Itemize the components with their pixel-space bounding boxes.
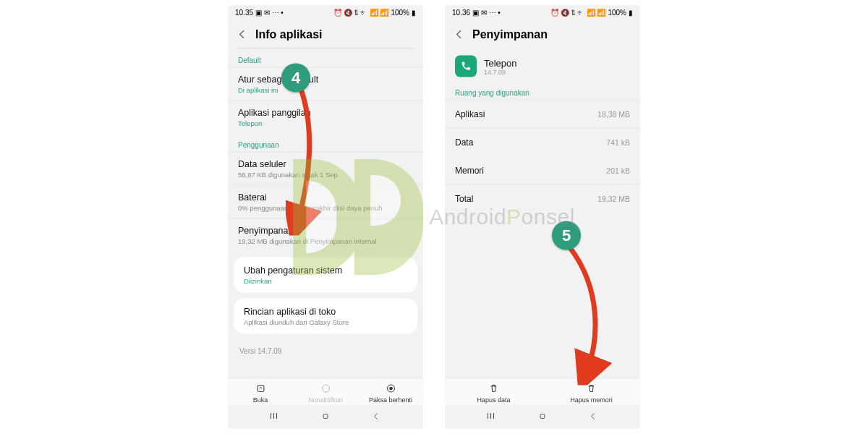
clear-cache-button[interactable]: Hapus memori	[542, 383, 640, 404]
status-system-icons: ⏰ 🔇 ⇅ ᯤ 📶 📶	[333, 9, 389, 17]
nav-bar: III	[445, 406, 640, 429]
back-icon[interactable]	[237, 29, 248, 41]
row-storage[interactable]: Penyimpanan 19,32 MB digunakan di Penyim…	[228, 218, 423, 252]
page-title: Penyimpanan	[472, 28, 548, 41]
kv-app: Aplikasi18,38 MB	[445, 100, 640, 128]
nav-recents-icon[interactable]: III	[270, 412, 280, 422]
kv-data: Data741 kB	[445, 128, 640, 156]
card-store-details[interactable]: Rincian aplikasi di toko Aplikasi diundu…	[234, 299, 417, 334]
section-default: Default	[228, 49, 423, 67]
svg-rect-5	[540, 414, 545, 419]
status-battery-pct: 100%	[608, 9, 626, 17]
force-stop-icon	[386, 383, 396, 394]
version-text: Versi 14.7.09	[228, 340, 423, 358]
step-badge-5: 5	[552, 221, 581, 250]
row-mobile-data[interactable]: Data seluler 56,87 KB digunakan sejak 1 …	[228, 152, 423, 185]
section-usage: Penggunaan	[228, 134, 423, 152]
status-bar: 10.36 ▣ ✉ ⋯ • ⏰ 🔇 ⇅ ᯤ 📶 📶 100% ▮	[445, 6, 640, 18]
row-battery[interactable]: Baterai 0% penggunaan sejak terakhir dii…	[228, 185, 423, 218]
svg-rect-4	[323, 414, 328, 419]
kv-total: Total19,32 MB	[445, 184, 640, 213]
trash-icon	[586, 383, 597, 394]
step-badge-4: 4	[281, 64, 310, 93]
action-bar: Buka Nonaktifkan Paksa berhenti	[228, 378, 423, 406]
nav-bar: III	[228, 406, 423, 429]
status-notif-icons: ▣ ✉ ⋯ •	[255, 9, 284, 17]
disable-icon	[320, 383, 331, 394]
nav-back-icon[interactable]	[588, 412, 598, 422]
open-icon	[255, 383, 266, 394]
app-version: 14.7.09	[484, 68, 517, 75]
open-button[interactable]: Buka	[228, 383, 293, 404]
phone-app-icon	[455, 56, 477, 77]
status-battery-pct: 100%	[391, 9, 409, 17]
nav-home-icon[interactable]	[537, 412, 548, 422]
status-time: 10.36	[452, 9, 470, 17]
nav-back-icon[interactable]	[371, 412, 381, 422]
status-bar: 10.35 ▣ ✉ ⋯ • ⏰ 🔇 ⇅ ᯤ 📶 📶 100% ▮	[228, 6, 423, 18]
svg-point-3	[389, 387, 392, 390]
page-title: Info aplikasi	[255, 28, 322, 41]
svg-point-1	[322, 385, 329, 392]
card-system-settings[interactable]: Ubah pengaturan sistem Diizinkan	[234, 258, 417, 293]
battery-icon: ▮	[629, 9, 633, 17]
row-set-default[interactable]: Atur sebagai default Di aplikasi ini	[228, 67, 423, 101]
status-notif-icons: ▣ ✉ ⋯ •	[472, 9, 501, 17]
phone-app-info: 10.35 ▣ ✉ ⋯ • ⏰ 🔇 ⇅ ᯤ 📶 📶 100% ▮ Info ap…	[228, 6, 423, 429]
kv-cache: Memori201 kB	[445, 156, 640, 184]
row-call-app[interactable]: Aplikasi panggilan Telepon	[228, 101, 423, 134]
nav-home-icon[interactable]	[320, 412, 331, 422]
trash-icon	[488, 383, 499, 394]
battery-icon: ▮	[412, 9, 416, 17]
app-name: Telepon	[484, 57, 517, 68]
section-space-used: Ruang yang digunakan	[445, 82, 640, 100]
phone-storage: 10.36 ▣ ✉ ⋯ • ⏰ 🔇 ⇅ ᯤ 📶 📶 100% ▮ Penyimp…	[445, 6, 640, 429]
clear-data-button[interactable]: Hapus data	[445, 383, 542, 404]
force-stop-button[interactable]: Paksa berhenti	[358, 383, 423, 404]
nav-recents-icon[interactable]: III	[487, 412, 497, 422]
action-bar: Hapus data Hapus memori	[445, 378, 640, 406]
back-icon[interactable]	[454, 29, 465, 41]
svg-rect-0	[258, 386, 264, 392]
status-time: 10.35	[235, 9, 253, 17]
status-system-icons: ⏰ 🔇 ⇅ ᯤ 📶 📶	[550, 9, 606, 17]
disable-button: Nonaktifkan	[293, 383, 358, 404]
